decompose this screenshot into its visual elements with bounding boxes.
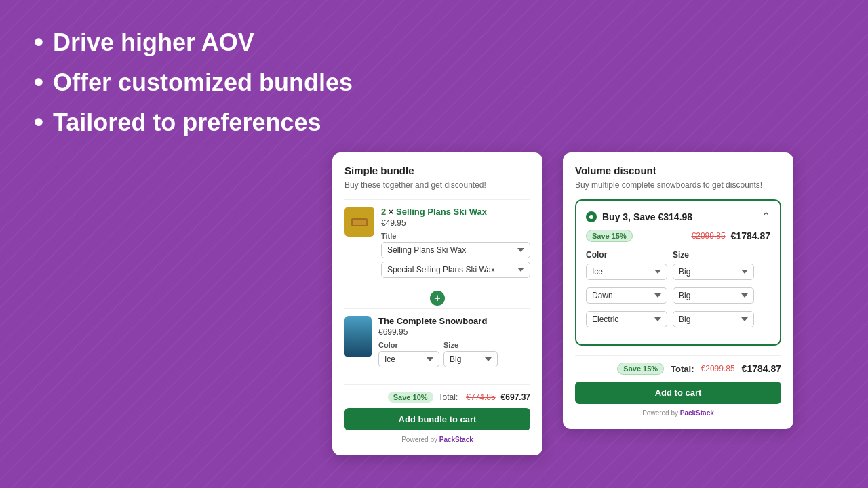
skiwax-info: 2 × Selling Plans Ski Wax €49.95 Title S… xyxy=(381,207,530,281)
snowboard-variant-row: Color Ice Size Big xyxy=(378,341,530,371)
size-col-header: Size xyxy=(673,250,754,260)
snowboard-thumbnail xyxy=(344,316,372,357)
packstack-link-volume[interactable]: PackStack xyxy=(680,409,714,417)
save-badge: Save 10% xyxy=(388,392,433,403)
snowboard-color-select[interactable]: Ice xyxy=(378,351,439,367)
size-group: Size Big xyxy=(443,341,498,371)
volume-footer-price-old: €2099.85 xyxy=(701,364,735,373)
price-old: €774.85 xyxy=(466,392,495,402)
radio-selected-icon[interactable] xyxy=(586,211,597,222)
bullet-2: Offer customized bundles xyxy=(34,67,353,98)
bullet-1: Drive higher AOV xyxy=(34,27,353,58)
color-col-header: Color xyxy=(586,250,667,260)
svg-rect-1 xyxy=(353,220,366,225)
variant1-color-select[interactable]: IceDawnElectric xyxy=(586,264,667,280)
powered-by-simple: Powered by PackStack xyxy=(344,436,530,443)
powered-by-volume: Powered by PackStack xyxy=(575,409,781,417)
snowboard-name: The Complete Snowboard xyxy=(378,316,530,326)
volume-discount-title: Volume discount xyxy=(575,165,781,176)
skiwax-select1[interactable]: Selling Plans Ski Wax xyxy=(381,242,530,258)
variant-row-3: ElectricIceDawn BigSmall xyxy=(586,311,770,331)
skiwax-name: 2 × Selling Plans Ski Wax xyxy=(381,207,530,217)
add-circle-icon[interactable]: + xyxy=(430,291,445,306)
chevron-up-icon[interactable]: ⌃ xyxy=(762,210,770,223)
variant1-size-select[interactable]: BigSmall xyxy=(673,264,754,280)
bullet-list: Drive higher AOV Offer customized bundle… xyxy=(34,27,353,138)
skiwax-thumbnail xyxy=(344,207,374,237)
total-label: Total: xyxy=(439,392,458,402)
variant-row-2: DawnIceElectric BigSmall xyxy=(586,287,770,307)
variant3-size-select[interactable]: BigSmall xyxy=(673,311,754,327)
color-label: Color xyxy=(378,341,439,349)
add-bundle-to-cart-button[interactable]: Add bundle to cart xyxy=(344,408,530,430)
variant2-color-select[interactable]: DawnIceElectric xyxy=(586,287,667,304)
title-field-label: Title xyxy=(381,232,530,240)
simple-bundle-card: Simple bundle Buy these together and get… xyxy=(332,152,542,455)
volume-discount-card: Volume discount Buy multiple complete sn… xyxy=(563,152,793,429)
volume-footer: Save 15% Total: €2099.85 €1784.87 Add to… xyxy=(575,355,781,417)
snowboard-info: The Complete Snowboard €699.95 Color Ice… xyxy=(378,316,530,371)
simple-bundle-footer: Save 10% Total: €774.85 €697.37 Add bund… xyxy=(344,384,530,443)
size-label: Size xyxy=(443,341,498,349)
hero-text-block: Drive higher AOV Offer customized bundle… xyxy=(34,27,353,147)
snowboard-price: €699.95 xyxy=(378,327,530,337)
simple-bundle-subtitle: Buy these together and get discounted! xyxy=(344,180,530,190)
volume-price-block: €2099.85 €1784.87 xyxy=(692,230,770,241)
price-new: €697.37 xyxy=(501,392,530,402)
volume-price-new: €1784.87 xyxy=(731,230,770,241)
volume-option-panel: Buy 3, Save €314.98 ⌃ Save 15% €2099.85 … xyxy=(575,199,781,346)
packstack-link-simple[interactable]: PackStack xyxy=(439,436,473,443)
save-15-badge: Save 15% xyxy=(586,230,633,242)
product-item-skiwax: 2 × Selling Plans Ski Wax €49.95 Title S… xyxy=(344,199,530,288)
product-item-snowboard: The Complete Snowboard €699.95 Color Ice… xyxy=(344,308,530,378)
snowboard-size-select[interactable]: Big xyxy=(443,351,498,367)
cards-area: Simple bundle Buy these together and get… xyxy=(332,152,793,455)
save-price-row: Save 15% €2099.85 €1784.87 xyxy=(586,230,770,242)
volume-discount-subtitle: Buy multiple complete snowboards to get … xyxy=(575,180,781,190)
variant2-size-select[interactable]: BigSmall xyxy=(673,287,754,304)
variant-row-1: IceDawnElectric BigSmall xyxy=(586,264,770,283)
volume-footer-price-new: €1784.87 xyxy=(742,363,781,374)
skiwax-select2[interactable]: Special Selling Plans Ski Wax xyxy=(381,262,530,278)
add-product-btn[interactable]: + xyxy=(344,291,530,306)
volume-price-old: €2099.85 xyxy=(692,231,726,241)
skiwax-price: €49.95 xyxy=(381,218,530,228)
volume-total-label: Total: xyxy=(671,364,694,374)
skiwax-icon xyxy=(350,215,369,228)
volume-save-badge-footer: Save 15% xyxy=(617,363,664,375)
color-group: Color Ice xyxy=(378,341,439,371)
col-headers: Color Size xyxy=(586,250,770,260)
volume-total-row: Save 15% Total: €2099.85 €1784.87 xyxy=(575,363,781,375)
simple-bundle-title: Simple bundle xyxy=(344,165,530,176)
bullet-3: Tailored to preferences xyxy=(34,107,353,138)
volume-add-to-cart-button[interactable]: Add to cart xyxy=(575,382,781,404)
total-row: Save 10% Total: €774.85 €697.37 xyxy=(344,392,530,403)
volume-option-title: Buy 3, Save €314.98 xyxy=(586,211,692,222)
variant3-color-select[interactable]: ElectricIceDawn xyxy=(586,311,667,327)
volume-option-header: Buy 3, Save €314.98 ⌃ xyxy=(586,210,770,223)
